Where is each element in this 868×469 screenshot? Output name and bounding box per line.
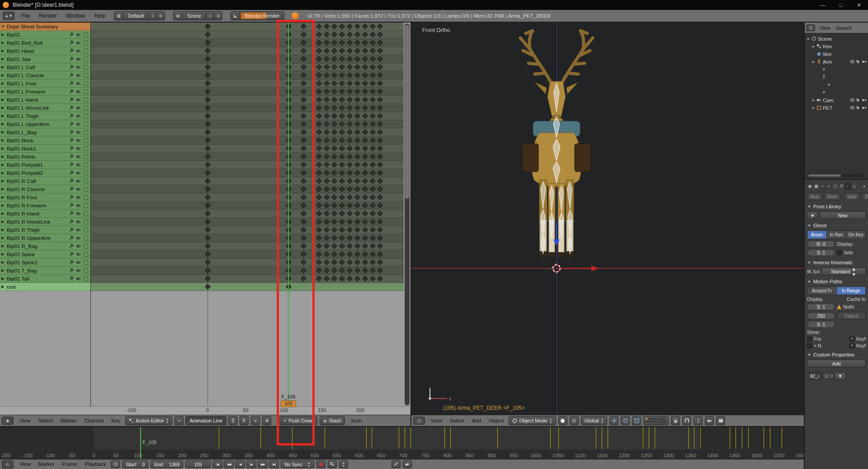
wrench-icon[interactable] <box>69 178 74 184</box>
keyframe-diamond[interactable] <box>370 170 376 176</box>
mp-step-slider[interactable]: S: 1 <box>807 303 835 310</box>
tab-world-icon[interactable]: ◐ <box>826 183 832 190</box>
keyframe-diamond[interactable] <box>301 40 307 46</box>
keyframe-row[interactable] <box>90 31 404 39</box>
browse-pose-library-button[interactable]: ▼ <box>807 211 818 219</box>
keyframe-diamond[interactable] <box>339 89 345 94</box>
tl-menu-view[interactable]: View <box>16 460 34 469</box>
keyframe-diamond[interactable] <box>354 267 360 273</box>
keyframe-diamond[interactable] <box>324 194 330 200</box>
keyframe-diamond[interactable] <box>362 137 368 143</box>
keyframe-diamond[interactable] <box>354 121 360 127</box>
ghost-toggle-icon[interactable] <box>83 235 89 241</box>
restrict-render-icon[interactable] <box>862 98 867 103</box>
keyframe-diamond[interactable] <box>339 251 345 257</box>
wrench-icon[interactable] <box>69 244 74 249</box>
ghost-toggle-icon[interactable] <box>83 81 89 86</box>
keyframe-diamond[interactable] <box>316 23 322 29</box>
speaker-icon[interactable] <box>76 32 81 38</box>
expand-icon[interactable]: ▶ <box>1 277 7 281</box>
render-opengl-button[interactable] <box>705 416 714 425</box>
scrollbar-thumb[interactable] <box>808 174 841 177</box>
keyframe-row[interactable] <box>90 177 404 185</box>
keyframe-diamond[interactable] <box>316 235 322 241</box>
expand-icon[interactable]: ▶ <box>1 138 7 142</box>
ghost-toggle-icon[interactable] <box>83 211 89 216</box>
keyframe-diamond[interactable] <box>347 105 353 111</box>
channel-bip01-t_bag[interactable]: ▶Bip01 T_Bag <box>0 267 90 275</box>
tab-object-icon[interactable]: ▢ <box>832 183 838 190</box>
wrench-icon[interactable] <box>69 32 74 38</box>
keyframe-diamond[interactable] <box>377 23 383 29</box>
channel-bip01-l-foot[interactable]: ▶Bip01 L Foot <box>0 80 90 88</box>
keyframe-diamond[interactable] <box>301 137 307 143</box>
ghost-toggle-icon[interactable] <box>83 32 89 38</box>
keyframe-diamond[interactable] <box>339 72 345 78</box>
keyframe-diamond[interactable] <box>362 40 368 46</box>
keyframe-diamond[interactable] <box>370 72 376 78</box>
keyframe-diamond[interactable] <box>316 113 322 119</box>
keyframe-diamond[interactable] <box>316 129 322 135</box>
outliner-item-pet[interactable]: ▶PET <box>805 104 868 112</box>
keyframe-diamond[interactable] <box>347 145 353 151</box>
keyframe-diamond[interactable] <box>331 186 337 192</box>
keyframe-diamond[interactable] <box>347 56 353 62</box>
keyframe-diamond[interactable] <box>339 32 345 38</box>
keyframe-diamond[interactable] <box>331 243 337 249</box>
scrollbar-thumb[interactable] <box>405 25 409 199</box>
keyframe-diamond[interactable] <box>354 251 360 257</box>
keyframe-diamond[interactable] <box>316 243 322 249</box>
panel-inverse-kinematics[interactable]: ▼Inverse Kinematic <box>807 260 865 265</box>
keyframe-diamond[interactable] <box>347 40 353 46</box>
outliner-item[interactable] <box>805 73 868 81</box>
keyframe-diamond[interactable] <box>377 170 383 176</box>
wrench-icon[interactable] <box>69 154 74 159</box>
expand-icon[interactable]: ▶ <box>1 285 7 289</box>
keyframe-diamond[interactable] <box>354 162 360 168</box>
keyframe-diamond[interactable] <box>377 113 383 119</box>
channel-bip01-r-clavicle[interactable]: ▶Bip01 R Clavicle <box>0 185 90 193</box>
ghost-toggle-icon[interactable] <box>83 162 89 168</box>
keyframe-diamond[interactable] <box>377 32 383 38</box>
channel-bip01-spine[interactable]: ▶Bip01 Spine <box>0 250 90 258</box>
wrench-icon[interactable] <box>69 170 74 176</box>
ghost-toggle-icon[interactable] <box>83 40 89 46</box>
ghost-toggle-icon[interactable] <box>83 65 89 70</box>
outliner-item[interactable] <box>805 89 868 96</box>
channel-bip01-ponytail2[interactable]: ▶Bip01 Ponytail2 <box>0 169 90 177</box>
outliner-menu-search[interactable]: Search <box>833 23 854 33</box>
keyframe-diamond[interactable] <box>331 145 337 151</box>
keyframe-diamond[interactable] <box>324 178 330 184</box>
expand-icon[interactable]: ▶ <box>1 211 7 216</box>
expand-icon[interactable]: ▶ <box>812 106 816 110</box>
keyframe-diamond[interactable] <box>316 211 322 216</box>
close-button[interactable]: ✕ <box>850 0 868 10</box>
keyframe-diamond[interactable] <box>362 259 368 265</box>
cursor-3d[interactable] <box>550 262 563 275</box>
ghost-toggle-icon[interactable] <box>83 138 89 143</box>
speaker-icon[interactable] <box>76 235 81 241</box>
keyframe-row[interactable] <box>90 120 404 128</box>
channel-bip01-r-foot[interactable]: ▶Bip01 R Foot <box>0 193 90 202</box>
mp-frame-numbers-checkbox[interactable]: Fra <box>807 336 821 342</box>
keyframe-diamond[interactable] <box>339 113 345 119</box>
keyframe-diamond[interactable] <box>301 72 307 78</box>
keyframe-diamond[interactable] <box>339 202 345 208</box>
keyframe-diamond[interactable] <box>370 64 376 70</box>
keyframe-diamond[interactable] <box>339 97 345 103</box>
dopesheet-frame-ruler[interactable]: -100050100150200 <box>0 406 410 415</box>
keyframe-diamond[interactable] <box>377 186 383 192</box>
keyframe-diamond[interactable] <box>324 227 330 233</box>
speaker-icon[interactable] <box>76 219 81 225</box>
screen-layout-selector[interactable]: ▦ Default ＋ ✕ <box>114 11 165 20</box>
wrench-icon[interactable] <box>69 48 74 54</box>
keyframe-diamond[interactable] <box>324 276 330 281</box>
add-custom-property-button[interactable]: Add <box>807 360 866 367</box>
keyframe-diamond[interactable] <box>316 186 322 192</box>
keyframe-diamond[interactable] <box>362 211 368 216</box>
frame-start-field[interactable]: Start: 0 <box>122 460 148 468</box>
keyframe-diamond[interactable] <box>324 267 330 273</box>
keyframe-diamond[interactable] <box>347 194 353 200</box>
delete-scene-button[interactable]: ✕ <box>214 12 222 20</box>
ghost-toggle-icon[interactable] <box>83 122 89 127</box>
